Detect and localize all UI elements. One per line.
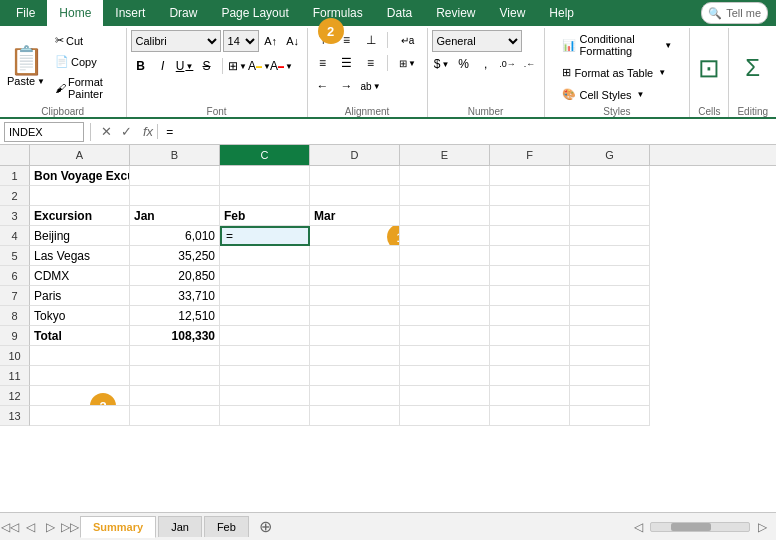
- col-header-a[interactable]: A: [30, 145, 130, 165]
- cell-d9[interactable]: [310, 326, 400, 346]
- sheet-nav-prev[interactable]: ◁: [20, 517, 40, 537]
- cell-f13[interactable]: [490, 406, 570, 426]
- increase-decimal-button[interactable]: .0→: [498, 54, 518, 74]
- row-num-7[interactable]: 7: [0, 286, 30, 306]
- orient-text-button[interactable]: ab▼: [360, 76, 382, 96]
- col-header-b[interactable]: B: [130, 145, 220, 165]
- cell-b4[interactable]: 6,010: [130, 226, 220, 246]
- cell-f5[interactable]: [490, 246, 570, 266]
- row-num-10[interactable]: 10: [0, 346, 30, 366]
- cell-b11[interactable]: [130, 366, 220, 386]
- row-num-3[interactable]: 3: [0, 206, 30, 226]
- sheet-tab-jan[interactable]: Jan: [158, 516, 202, 537]
- cell-d5[interactable]: [310, 246, 400, 266]
- align-center-button[interactable]: ☰: [336, 53, 358, 73]
- cell-d2[interactable]: [310, 186, 400, 206]
- cell-a6[interactable]: CDMX: [30, 266, 130, 286]
- cell-b9[interactable]: 108,330: [130, 326, 220, 346]
- cell-f10[interactable]: [490, 346, 570, 366]
- cell-e13[interactable]: [400, 406, 490, 426]
- tell-me-box[interactable]: 🔍 Tell me: [701, 2, 768, 24]
- indent-increase-button[interactable]: →: [336, 76, 358, 96]
- horizontal-scrollbar-track[interactable]: [650, 522, 750, 532]
- cell-f8[interactable]: [490, 306, 570, 326]
- col-header-g[interactable]: G: [570, 145, 650, 165]
- sheet-nav-first[interactable]: ◁◁: [0, 517, 20, 537]
- cell-a1[interactable]: Bon Voyage Excursions: [30, 166, 130, 186]
- cell-f7[interactable]: [490, 286, 570, 306]
- tab-insert[interactable]: Insert: [103, 0, 157, 26]
- cell-a8[interactable]: Tokyo: [30, 306, 130, 326]
- cell-a7[interactable]: Paris: [30, 286, 130, 306]
- fill-color-button[interactable]: A▬▼: [250, 56, 270, 76]
- cell-a5[interactable]: Las Vegas: [30, 246, 130, 266]
- col-header-c[interactable]: C: [220, 145, 310, 165]
- cell-b3[interactable]: Jan: [130, 206, 220, 226]
- tab-help[interactable]: Help: [537, 0, 586, 26]
- tab-data[interactable]: Data: [375, 0, 424, 26]
- align-right-button[interactable]: ≡: [360, 53, 382, 73]
- cell-d3[interactable]: Mar: [310, 206, 400, 226]
- merge-center-button[interactable]: ⊞▼: [393, 53, 423, 73]
- indent-decrease-button[interactable]: ←: [312, 76, 334, 96]
- decrease-font-button[interactable]: A↓: [283, 31, 303, 51]
- font-size-select[interactable]: 14: [223, 30, 259, 52]
- cell-e10[interactable]: [400, 346, 490, 366]
- row-num-13[interactable]: 13: [0, 406, 30, 426]
- cell-b5[interactable]: 35,250: [130, 246, 220, 266]
- number-format-select[interactable]: General: [432, 30, 522, 52]
- cell-b10[interactable]: [130, 346, 220, 366]
- cell-e3[interactable]: [400, 206, 490, 226]
- row-num-12[interactable]: 12: [0, 386, 30, 406]
- horizontal-scroll-left[interactable]: ◁: [628, 517, 648, 537]
- cell-d11[interactable]: [310, 366, 400, 386]
- cell-c7[interactable]: [220, 286, 310, 306]
- row-num-11[interactable]: 11: [0, 366, 30, 386]
- cell-d4[interactable]: 1: [310, 226, 400, 246]
- conditional-formatting-button[interactable]: 📊 Conditional Formatting ▼: [553, 30, 682, 60]
- cell-e8[interactable]: [400, 306, 490, 326]
- comma-button[interactable]: ,: [476, 54, 496, 74]
- cell-g10[interactable]: [570, 346, 650, 366]
- cell-c9[interactable]: [220, 326, 310, 346]
- cell-f6[interactable]: [490, 266, 570, 286]
- col-header-f[interactable]: F: [490, 145, 570, 165]
- currency-button[interactable]: $▼: [432, 54, 452, 74]
- cell-d7[interactable]: [310, 286, 400, 306]
- cell-d12[interactable]: [310, 386, 400, 406]
- increase-font-button[interactable]: A↑: [261, 31, 281, 51]
- cell-e9[interactable]: [400, 326, 490, 346]
- cell-b2[interactable]: [130, 186, 220, 206]
- wrap-text-button[interactable]: ↵a: [393, 30, 423, 50]
- cell-a12[interactable]: 3: [30, 386, 130, 406]
- cell-e2[interactable]: [400, 186, 490, 206]
- row-num-4[interactable]: 4: [0, 226, 30, 246]
- cell-g5[interactable]: [570, 246, 650, 266]
- tab-page-layout[interactable]: Page Layout: [209, 0, 300, 26]
- cell-b12[interactable]: [130, 386, 220, 406]
- cell-a4[interactable]: Beijing: [30, 226, 130, 246]
- font-name-select[interactable]: Calibri: [131, 30, 221, 52]
- cell-e5[interactable]: [400, 246, 490, 266]
- cell-c11[interactable]: [220, 366, 310, 386]
- cell-d6[interactable]: [310, 266, 400, 286]
- cell-e1[interactable]: [400, 166, 490, 186]
- tab-file[interactable]: File: [4, 0, 47, 26]
- col-header-e[interactable]: E: [400, 145, 490, 165]
- sheet-tab-feb[interactable]: Feb: [204, 516, 249, 537]
- row-num-2[interactable]: 2: [0, 186, 30, 206]
- tab-view[interactable]: View: [488, 0, 538, 26]
- font-color-button[interactable]: A▬▼: [272, 56, 292, 76]
- percent-button[interactable]: %: [454, 54, 474, 74]
- sheet-tab-summary[interactable]: Summary: [80, 516, 156, 538]
- cell-e11[interactable]: [400, 366, 490, 386]
- sheet-nav-last[interactable]: ▷▷: [60, 517, 80, 537]
- cell-f9[interactable]: [490, 326, 570, 346]
- cell-c3[interactable]: Feb: [220, 206, 310, 226]
- cell-c6[interactable]: [220, 266, 310, 286]
- cell-b7[interactable]: 33,710: [130, 286, 220, 306]
- cell-f2[interactable]: [490, 186, 570, 206]
- cell-g9[interactable]: [570, 326, 650, 346]
- cell-e4[interactable]: [400, 226, 490, 246]
- sheet-nav-next[interactable]: ▷: [40, 517, 60, 537]
